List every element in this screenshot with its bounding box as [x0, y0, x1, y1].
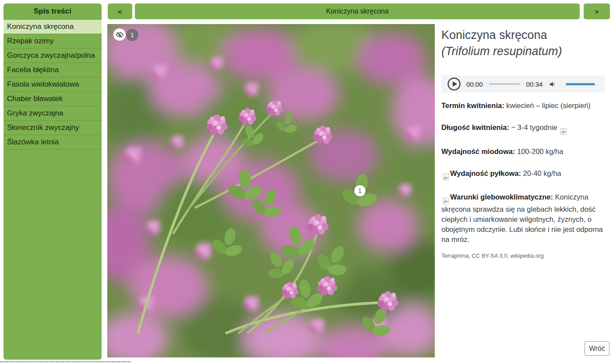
sidebar-item[interactable]: Fasola wielokwiatowa: [4, 77, 102, 92]
sidebar-item[interactable]: Słonecznik zwyczajny: [4, 121, 102, 135]
image-marker-1[interactable]: 1: [354, 185, 366, 196]
detail-row: Termin kwitnienia: kwiecień – lipiec (si…: [441, 101, 606, 111]
sidebar-item[interactable]: Gryka zwyczajna: [4, 106, 102, 121]
species-title-latin: (Trifolium resupinatum): [441, 43, 609, 60]
detail-row: Wydajność miodowa: 100-200 kg/ha: [441, 147, 606, 157]
table-of-contents-sidebar: Spis treści Koniczyna skręconaRzepak ozi…: [4, 4, 102, 360]
sidebar-item[interactable]: Koniczyna skręcona: [4, 20, 102, 34]
play-icon[interactable]: [447, 77, 461, 91]
speaker-icon[interactable]: [549, 80, 556, 88]
sidebar-item[interactable]: Chaber bławatek: [4, 92, 102, 106]
species-title: Koniczyna skręcona (Trifolium resupinatu…: [441, 27, 609, 60]
lsep-tofu-glyph: LSEP: [443, 198, 449, 204]
audio-duration: 00:34: [526, 80, 543, 88]
back-button[interactable]: Wróć: [585, 341, 609, 356]
sidebar-item[interactable]: Rzepak ozimy: [4, 34, 102, 49]
lsep-tofu-glyph: LSEP: [560, 128, 567, 135]
image-attribution: Terraprima, CC BY-SA 3.0, wikipedia.org: [441, 252, 606, 259]
sidebar-item[interactable]: Facelia błękitna: [4, 63, 102, 77]
audio-volume-bar[interactable]: [566, 83, 595, 85]
audio-player[interactable]: 00:00 00:34: [441, 75, 605, 93]
sidebar-item[interactable]: Gorczyca zwyczajna/polna: [4, 49, 102, 63]
prev-button[interactable]: <: [108, 4, 132, 19]
next-button[interactable]: >: [584, 4, 610, 19]
marker-count-badge[interactable]: 1: [126, 29, 138, 41]
plant-photo-svg: [107, 24, 435, 357]
page-title-bar: Koniczyna skręcona: [135, 4, 580, 19]
sidebar-list: Koniczyna skręconaRzepak ozimyGorczyca z…: [4, 20, 102, 150]
audio-current-time: 00:00: [466, 80, 483, 88]
lsep-tofu-glyph: LSEP: [443, 174, 449, 180]
bottom-dotted-line: [0, 361, 130, 362]
audio-progress-bar[interactable]: [489, 83, 520, 85]
sidebar-header: Spis treści: [4, 4, 102, 20]
details: Termin kwitnienia: kwiecień – lipiec (si…: [441, 101, 606, 259]
detail-row: Długość kwitnienia: ~ 3-4 tygodnie LSEP: [441, 122, 606, 135]
main-image: 1 1: [107, 24, 435, 357]
hide-markers-button[interactable]: [113, 28, 126, 41]
eye-off-icon: [116, 31, 124, 39]
detail-row: LSEPWydajność pyłkowa: 20-40 kg/ha: [441, 168, 606, 181]
sidebar-item[interactable]: Ślazówka letnia: [4, 135, 102, 150]
detail-row: LSEPWarunki glebowoklimatyczne: Koniczyn…: [441, 192, 606, 245]
species-title-polish: Koniczyna skręcona: [441, 27, 609, 43]
